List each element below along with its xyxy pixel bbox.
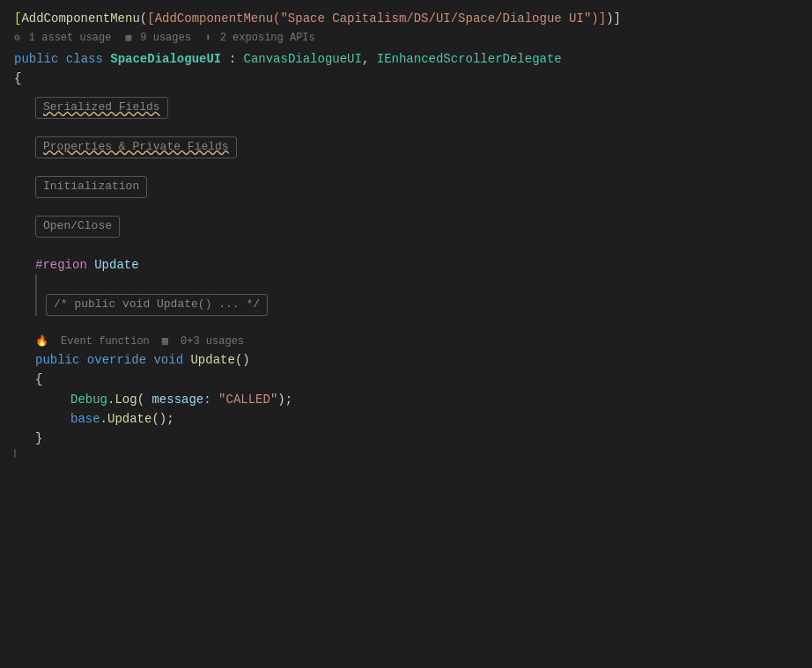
base-update-line: base . Update (); [0,409,812,429]
sig-override: override [87,350,146,370]
class-declaration-line: public class SpaceDialogueUI : CanvasDia… [0,49,812,69]
event-icon: 🔥 [35,334,48,350]
region-vbar-start [0,275,812,294]
sig-void: void [153,350,183,370]
debug-dot: . [107,390,114,409]
usages-group: ▦ 9 usages [125,30,190,47]
attr-bracket-open: [ [14,9,21,28]
method-open-brace-line: { [0,370,812,389]
usages-icon-2: ▦ [162,334,168,350]
code-editor: [AddComponentMenu([AddComponentMenu("Spa… [0,0,812,466]
debug-paren-close: ); [277,390,292,409]
debug-class: Debug [70,390,107,409]
update-signature-line: public override void Update () [0,350,812,370]
method-close-brace: } [35,429,42,448]
base-parens: (); [151,409,173,429]
method-close-brace-line: } [0,429,812,448]
attribute-name: AddComponentMenu [21,9,139,28]
event-function-text: Event function [61,334,150,350]
event-function-meta: 🔥 Event function ▦ 0+3 usages [0,334,812,350]
keyword-class: class [66,49,103,69]
method-open-brace: { [35,370,42,389]
meta-info-line: ⚙ 1 asset usage ▦ 9 usages ⬆ 2 exposing … [0,28,812,48]
base-class-2: IEnhancedScrollerDelegate [377,49,562,69]
open-close-box[interactable]: Open/Close [35,216,120,238]
asset-icon: ⚙ [14,33,20,43]
region-vbar-end [0,449,812,458]
exposing-icon: ⬆ [205,33,211,43]
region-vbar-3 [14,449,16,458]
asset-usage-text: 1 asset usage [29,32,112,44]
class-open-brace: { [14,69,21,88]
sig-public: public [35,350,79,370]
sig-name: Update [190,350,234,370]
colon: : [229,49,236,69]
class-open-brace-line: { [0,69,812,88]
asset-usage-group: ⚙ 1 asset usage [14,30,111,47]
attr-paren-close: )] [606,9,621,28]
base-keyword: base [70,409,100,429]
initialization-box[interactable]: Initialization [35,176,147,198]
properties-private-box[interactable]: Properties & Private Fields [35,136,237,158]
exposing-text: 2 exposing APIs [220,32,315,44]
keyword-public: public [14,49,58,69]
debug-log-line: Debug . Log ( message: "CALLED" ); [0,390,812,409]
serialized-fields-box[interactable]: Serialized Fields [35,97,168,119]
base-class-1: CanvasDialogueUI [244,49,362,69]
serialized-fields-region[interactable]: Serialized Fields [0,97,812,119]
event-usages-text: 0+3 usages [181,334,244,350]
debug-param: message: [151,390,210,409]
debug-paren-open: ( [137,390,144,409]
open-close-region[interactable]: Open/Close [0,216,812,238]
region-vbar [35,275,37,294]
base-method: Update [107,409,151,429]
properties-private-region[interactable]: Properties & Private Fields [0,136,812,158]
region-update-name: Update [94,255,138,275]
collapsed-update-box[interactable]: /* public void Update() ... */ [46,294,268,316]
base-dot: . [100,409,107,429]
debug-method: Log [114,390,137,409]
attribute-line: [AddComponentMenu([AddComponentMenu("Spa… [0,9,812,28]
sig-parens: () [235,350,250,370]
usages-icon: ▦ [125,33,131,43]
initialization-region[interactable]: Initialization [0,176,812,198]
exposing-group: ⬆ 2 exposing APIs [205,30,315,47]
collapsed-update-method-line[interactable]: /* public void Update() ... */ [0,294,812,316]
attr-paren-open: ( [140,9,147,28]
usages-text: 9 usages [140,32,191,44]
class-name: SpaceDialogueUI [110,49,221,69]
region-vbar-2 [35,294,37,316]
comma: , [362,49,369,69]
region-keyword: #region [35,255,87,275]
region-update-line: #region Update [0,255,812,275]
attribute-string: [AddComponentMenu("Space Capitalism/DS/U… [147,9,606,28]
debug-string: "CALLED" [218,390,277,409]
